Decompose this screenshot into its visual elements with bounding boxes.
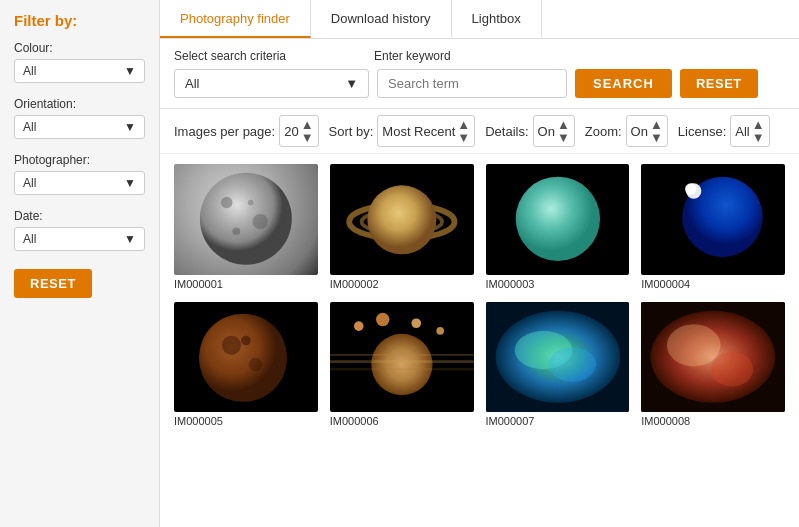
image-thumb[interactable] (174, 164, 318, 275)
chevron-down-icon: ▼ (124, 64, 136, 78)
list-item: IM000008 (641, 302, 785, 428)
list-item: IM000007 (486, 302, 630, 428)
image-id: IM000002 (330, 278, 474, 290)
image-id: IM000008 (641, 415, 785, 427)
svg-point-4 (248, 200, 254, 206)
filter-title: Filter by: (14, 12, 145, 29)
date-label: Date: (14, 209, 145, 223)
svg-point-7 (367, 185, 436, 254)
license-option: License: All ▲▼ (678, 115, 770, 147)
list-item: IM000001 (174, 164, 318, 290)
image-thumb[interactable] (330, 302, 474, 413)
svg-point-16 (371, 333, 432, 394)
tab-download-history[interactable]: Download history (311, 0, 452, 38)
svg-point-12 (199, 313, 287, 401)
per-page-select[interactable]: 20 ▲▼ (279, 115, 318, 147)
sort-spinner[interactable]: ▲▼ (457, 118, 470, 144)
image-id: IM000003 (486, 278, 630, 290)
sort-select[interactable]: Most Recent ▲▼ (377, 115, 475, 147)
chevron-down-icon: ▼ (124, 232, 136, 246)
details-label: Details: (485, 124, 528, 139)
details-select[interactable]: On ▲▼ (533, 115, 575, 147)
list-item: IM000002 (330, 164, 474, 290)
orientation-select[interactable]: All ▼ (14, 115, 145, 139)
criteria-label: Select search criteria (174, 49, 374, 63)
chevron-down-icon: ▼ (124, 120, 136, 134)
sidebar: Filter by: Colour: All ▼ Orientation: Al… (0, 0, 160, 527)
list-item: IM000006 (330, 302, 474, 428)
image-thumb[interactable] (174, 302, 318, 413)
zoom-option: Zoom: On ▲▼ (585, 115, 668, 147)
search-button[interactable]: SEARCH (575, 69, 672, 98)
zoom-label: Zoom: (585, 124, 622, 139)
keyword-input[interactable] (377, 69, 567, 98)
colour-select[interactable]: All ▼ (14, 59, 145, 83)
svg-point-0 (200, 173, 292, 265)
svg-point-13 (222, 335, 241, 354)
image-thumb[interactable] (641, 164, 785, 275)
search-controls: All ▼ SEARCH RESET (174, 69, 785, 98)
license-label: License: (678, 124, 726, 139)
svg-point-23 (436, 327, 444, 335)
image-area: IM000001 (160, 154, 799, 527)
image-id: IM000007 (486, 415, 630, 427)
svg-point-1 (221, 197, 233, 209)
svg-point-21 (376, 312, 389, 325)
svg-point-8 (515, 177, 599, 261)
chevron-down-icon: ▼ (124, 176, 136, 190)
chevron-down-icon: ▼ (345, 76, 358, 91)
search-bar: Select search criteria Enter keyword All… (160, 39, 799, 109)
tab-photography-finder[interactable]: Photography finder (160, 0, 311, 38)
date-filter-group: Date: All ▼ (14, 209, 145, 251)
keyword-label: Enter keyword (374, 49, 451, 63)
svg-point-3 (232, 227, 240, 235)
orientation-label: Orientation: (14, 97, 145, 111)
colour-label: Colour: (14, 41, 145, 55)
orientation-filter-group: Orientation: All ▼ (14, 97, 145, 139)
per-page-option: Images per page: 20 ▲▼ (174, 115, 319, 147)
svg-point-15 (241, 335, 251, 345)
zoom-spinner[interactable]: ▲▼ (650, 118, 663, 144)
svg-point-22 (411, 318, 421, 328)
sort-label: Sort by: (329, 124, 374, 139)
list-item: IM000003 (486, 164, 630, 290)
options-bar: Images per page: 20 ▲▼ Sort by: Most Rec… (160, 109, 799, 154)
list-item: IM000005 (174, 302, 318, 428)
svg-point-27 (548, 347, 596, 382)
per-page-spinner[interactable]: ▲▼ (301, 118, 314, 144)
license-select[interactable]: All ▲▼ (730, 115, 769, 147)
photographer-label: Photographer: (14, 153, 145, 167)
per-page-label: Images per page: (174, 124, 275, 139)
list-item: IM000004 (641, 164, 785, 290)
criteria-dropdown[interactable]: All ▼ (174, 69, 369, 98)
photographer-filter-group: Photographer: All ▼ (14, 153, 145, 195)
tab-lightbox[interactable]: Lightbox (452, 0, 542, 38)
image-row-1: IM000001 (174, 164, 785, 290)
image-thumb[interactable] (330, 164, 474, 275)
zoom-select[interactable]: On ▲▼ (626, 115, 668, 147)
image-id: IM000004 (641, 278, 785, 290)
svg-point-31 (711, 352, 753, 387)
search-labels: Select search criteria Enter keyword (174, 49, 785, 63)
image-id: IM000005 (174, 415, 318, 427)
image-row-2: IM000005 (174, 302, 785, 428)
colour-filter-group: Colour: All ▼ (14, 41, 145, 83)
photographer-select[interactable]: All ▼ (14, 171, 145, 195)
sidebar-reset-button[interactable]: RESET (14, 269, 92, 298)
main-content: Photography finder Download history Ligh… (160, 0, 799, 527)
image-thumb[interactable] (486, 302, 630, 413)
sort-option: Sort by: Most Recent ▲▼ (329, 115, 476, 147)
license-spinner[interactable]: ▲▼ (752, 118, 765, 144)
svg-point-2 (253, 214, 268, 229)
details-spinner[interactable]: ▲▼ (557, 118, 570, 144)
tabs-bar: Photography finder Download history Ligh… (160, 0, 799, 39)
main-reset-button[interactable]: RESET (680, 69, 758, 98)
image-thumb[interactable] (486, 164, 630, 275)
image-id: IM000001 (174, 278, 318, 290)
svg-point-20 (354, 321, 364, 331)
details-option: Details: On ▲▼ (485, 115, 575, 147)
svg-point-30 (667, 324, 721, 366)
date-select[interactable]: All ▼ (14, 227, 145, 251)
svg-point-11 (685, 183, 697, 195)
image-thumb[interactable] (641, 302, 785, 413)
